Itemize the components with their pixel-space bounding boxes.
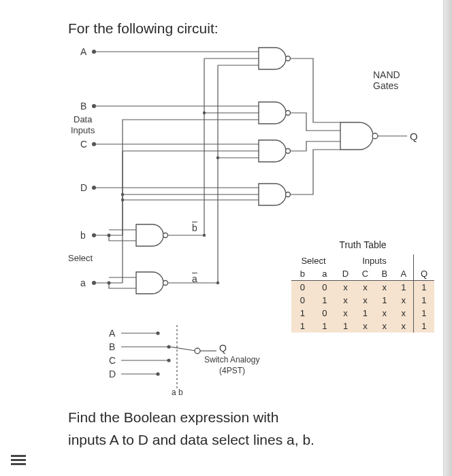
table-row: 1 0 x 1 x x 1 bbox=[291, 307, 434, 320]
input-label-B: B bbox=[80, 101, 86, 112]
bottom-line2: inputs A to D and data select lines a, b… bbox=[68, 429, 438, 452]
a-bar-label: a bbox=[192, 273, 197, 284]
table-row: 0 0 x x x 1 1 bbox=[291, 281, 434, 294]
main-content: For the following circuit: A B Data Inpu… bbox=[0, 0, 452, 464]
truth-table-grid: Select Inputs b a D C B A Q 0 0 x bbox=[291, 254, 434, 333]
tt-col-a: a bbox=[314, 267, 336, 281]
svg-line-46 bbox=[170, 347, 196, 351]
tt-col-D: D bbox=[336, 267, 355, 281]
svg-point-45 bbox=[156, 372, 159, 375]
tt-col-Q: Q bbox=[413, 267, 434, 281]
nand-line2: Gates bbox=[373, 80, 400, 91]
nand-gates-label: NAND Gates bbox=[373, 69, 400, 91]
bottom-line1: Find the Boolean expression with bbox=[68, 407, 438, 429]
svg-point-43 bbox=[167, 358, 170, 362]
select-label-b: b bbox=[80, 230, 86, 241]
table-row: 1 1 1 x x x 1 bbox=[291, 320, 434, 333]
select-label-a: a bbox=[80, 277, 86, 288]
switch-svg bbox=[109, 326, 313, 408]
svg-point-15 bbox=[108, 234, 111, 237]
data-inputs-label2: Inputs bbox=[71, 125, 95, 135]
input-label-D: D bbox=[80, 182, 87, 193]
truth-table: Truth Table Select Inputs b a D C B A Q bbox=[291, 239, 434, 333]
output-label-Q: Q bbox=[410, 131, 418, 142]
b-bar-label: b bbox=[192, 222, 197, 233]
tt-col-A: A bbox=[394, 267, 414, 281]
nand-line1: NAND bbox=[373, 69, 400, 80]
truth-table-title: Truth Table bbox=[291, 239, 434, 250]
select-label: Select bbox=[68, 253, 93, 263]
svg-point-36 bbox=[216, 282, 219, 284]
prompt-title: For the following circuit: bbox=[68, 20, 438, 37]
tt-group-select: Select bbox=[291, 254, 336, 267]
svg-point-42 bbox=[167, 345, 170, 348]
bottom-prompt: Find the Boolean expression with inputs … bbox=[68, 407, 438, 451]
data-inputs-label1: Data bbox=[74, 114, 92, 124]
svg-point-47 bbox=[195, 348, 200, 354]
svg-point-35 bbox=[203, 234, 206, 237]
svg-point-44 bbox=[156, 331, 159, 335]
tt-col-C: C bbox=[355, 267, 375, 281]
input-label-C: C bbox=[80, 139, 87, 150]
menu-icon[interactable] bbox=[11, 453, 26, 465]
tt-group-inputs: Inputs bbox=[336, 254, 413, 267]
input-label-A: A bbox=[80, 46, 86, 57]
table-row: 0 1 x x 1 x 1 bbox=[291, 294, 434, 307]
tt-col-b: b bbox=[291, 267, 314, 281]
circuit-diagram: A B Data Inputs C D b Select a b a NAND … bbox=[68, 42, 422, 403]
svg-point-26 bbox=[108, 282, 111, 285]
tt-group-q bbox=[413, 254, 434, 267]
tt-col-B: B bbox=[375, 267, 394, 281]
